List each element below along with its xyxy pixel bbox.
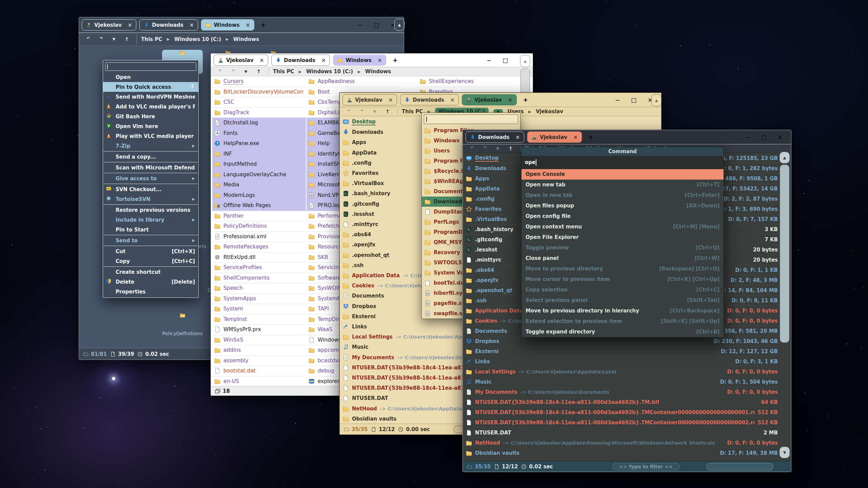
file-row-bitlockerdiscoveryvolumecontents[interactable]: BitLockerDiscoveryVolumeContents [212, 87, 306, 97]
file-row-bootstat-dat[interactable]: bootstat.dat [212, 366, 306, 376]
menu-item-play-with-vlc-media-player[interactable]: Play with VLC media player [103, 131, 198, 141]
menu-item-tortoisesvn[interactable]: TortoiseSVN▶ [103, 194, 198, 204]
menu-item-git-bash-here[interactable]: Git Bash Here [103, 111, 198, 121]
command-item-open-context-menu[interactable]: Open context menu[Ctrl+M] [Menu] [521, 222, 724, 232]
file-row-fonts[interactable]: AFonts [212, 128, 306, 139]
breadcrumb-item[interactable]: This PC [141, 36, 162, 42]
tab-downloads[interactable]: Downloads× [466, 131, 524, 143]
file-row-shellexperiences[interactable]: ShellExperiences [418, 76, 511, 87]
file-row-dropbox[interactable]: DropboxD: 230, F: 1043, 46 GB [464, 336, 780, 346]
forward-button[interactable] [95, 36, 107, 42]
command-item-move-to-previous-directory-in-hierarchy[interactable]: Move to previous directory in hierarchy[… [521, 306, 724, 316]
maximize-button[interactable]: □ [760, 134, 767, 141]
menu-item-pin-to-quick-access[interactable]: Pin to Quick access [103, 82, 198, 92]
file-row-inputmethod[interactable]: InputMethod [212, 159, 306, 169]
menu-item-svn-checkout-[interactable]: SVN Checkout... [103, 184, 198, 194]
minimize-button[interactable]: − [744, 134, 751, 141]
close-button[interactable]: × [776, 134, 784, 141]
history-dropdown-button[interactable]: ▼ [492, 146, 504, 151]
tab-close-icon[interactable]: × [378, 57, 382, 63]
tab-close-icon[interactable]: × [516, 134, 520, 140]
tab-downloads[interactable]: Downloads× [271, 55, 330, 66]
tab-close-icon[interactable]: × [450, 97, 455, 103]
tab-windows[interactable]: Windows× [201, 19, 254, 30]
file-row-ntuser-dat-53b39e88-18c4-11ea-a811-000d3aa4692b-tm-blf[interactable]: NTUSER.DAT{53b39e88-18c4-11ea-a811-000d3… [464, 397, 780, 407]
file-row-ntuser-dat-53b39e88-18c4-11ea-a811-000d3aa4692b-tmcontainer00000000000000000001-regtrans-ms[interactable]: NTUSER.DAT{53b39e88-18c4-11ea-a811-000d3… [464, 407, 780, 418]
file-row-shellcomponents[interactable]: ShellComponents [212, 273, 306, 283]
file-row-cursors[interactable]: Cursors [212, 76, 306, 87]
history-dropdown-button[interactable]: ▼ [108, 37, 120, 41]
tab-close-icon[interactable]: × [246, 22, 250, 28]
history-dropdown-button[interactable]: ▼ [369, 109, 380, 114]
command-item-copy-selection[interactable]: Copy selection[Ctrl+C] [521, 285, 724, 295]
command-item-close-panel[interactable]: Close panel[Ctrl+W] [521, 253, 724, 264]
file-row-media[interactable]: Media [212, 180, 306, 190]
file-row-rtlexupd-dll[interactable]: RtlExUpd.dll [212, 252, 306, 263]
breadcrumb-item[interactable]: Windows 10 (C:) [174, 36, 221, 42]
breadcrumb-item[interactable]: Windows [365, 68, 391, 75]
up-button[interactable]: ↑ [253, 68, 264, 75]
file-row-eksterni[interactable]: EksterniD: 12, F: 127, 12 GB [464, 346, 780, 357]
up-button[interactable]: ↑ [382, 108, 393, 115]
file-row-offline-web-pages[interactable]: Offline Web Pages [212, 200, 306, 211]
file-row-diagtrack[interactable]: DiagTrack [212, 107, 306, 118]
tab-downloads[interactable]: Downloads× [139, 19, 198, 30]
menu-item-open[interactable]: Open [103, 72, 198, 82]
menu-item-add-to-vlc-media-player-s-playlist[interactable]: Add to VLC media player's Playlist [103, 102, 198, 111]
file-row-helppane-exe[interactable]: ?HelpPane.exe [212, 138, 306, 149]
forward-button[interactable] [227, 68, 239, 75]
file-row-speech[interactable]: Speech [212, 283, 306, 293]
command-item-open-files-popup[interactable]: Open files popup[Alt+Down] [521, 201, 724, 211]
menu-item-give-access-to[interactable]: Give access to▶ [103, 174, 198, 183]
back-button[interactable] [214, 68, 226, 75]
file-row-remotepackages[interactable]: RemotePackages [212, 242, 306, 252]
menu-item-include-in-library[interactable]: Include in library▶ [103, 215, 198, 225]
tab-vjekoslav[interactable]: Vjekoslav× [527, 131, 582, 143]
menu-item-create-shortcut[interactable]: Create shortcut [103, 267, 198, 277]
menu-item-send-with-nordvpn-meshnet[interactable]: Send with NordVPN Meshnet [103, 92, 198, 102]
file-row-my-documents[interactable]: My Documents-> C:\Users\Vjekoslav\Docume… [464, 387, 780, 397]
file-row-en-us[interactable]: en-US [212, 376, 306, 386]
file-row-serviceprofiles[interactable]: ServiceProfiles [212, 262, 306, 273]
command-item-toggle-expand-directory[interactable]: Toggle expand directory[Ctrl+B] [521, 327, 724, 337]
maximize-button[interactable]: □ [630, 97, 637, 103]
tab-vjekoslav[interactable]: Vjekoslav× [342, 94, 397, 105]
menu-item-7-zip[interactable]: 7-Zip▶ [103, 141, 198, 151]
file-row-assembly[interactable]: assembly [212, 355, 306, 366]
file-row-inf[interactable]: INF [212, 149, 306, 159]
minimize-button[interactable]: − [356, 22, 364, 28]
command-item-extend-selection-to-previous-item[interactable]: Extend selection to previous item[Shift+… [521, 316, 724, 327]
grid-item-PolicyDefinitions[interactable]: PolicyDefinitions [162, 312, 203, 336]
scroll-down-button[interactable]: ▼ [780, 447, 790, 458]
maximize-button[interactable]: □ [373, 22, 380, 28]
file-row-panther[interactable]: Panther [212, 211, 306, 221]
file-row-obsidian-vaults[interactable]: Obsidian vaultsD: 17, F: 149, 38 MB [464, 448, 780, 458]
menu-item-cut[interactable]: Cut[Ctrl+X] [103, 246, 198, 256]
menu-item-pin-to-start[interactable]: Pin to Start [103, 225, 198, 235]
file-row-local-settings[interactable]: Local Settings-> C:\Users\Vjekoslav\AppD… [464, 367, 780, 377]
breadcrumb-item[interactable]: This PC [273, 68, 294, 75]
file-row-tempinst[interactable]: TempInst [212, 314, 306, 325]
tab-windows[interactable]: Windows× [333, 55, 386, 66]
file-row-links[interactable]: LinksD: 0, F: 3, 1 KB [464, 357, 780, 367]
file-row-music[interactable]: MusicD: 0, F: 1, 504 bytes [464, 377, 780, 387]
file-row-languageoverlaycache[interactable]: LanguageOverlayCache [212, 169, 306, 180]
command-item-select-previous-panel[interactable]: Select previous panel[Shift+Tab] [521, 295, 724, 306]
maximize-button[interactable]: □ [501, 57, 509, 64]
file-row-addins[interactable]: addins [212, 345, 306, 355]
breadcrumb-item[interactable]: Vjekoslav [536, 108, 563, 115]
command-palette-input[interactable]: ope [521, 156, 724, 169]
tab-close-icon[interactable]: × [190, 22, 194, 28]
file-row-winsxs[interactable]: WinSxS [212, 335, 306, 345]
new-tab-button[interactable]: + [257, 22, 269, 28]
drive-dropdown-filter-input[interactable] [424, 115, 518, 124]
minimize-button[interactable]: − [485, 57, 493, 64]
breadcrumb-item[interactable]: Windows 10 (C:) [306, 68, 353, 75]
back-button[interactable] [343, 108, 355, 115]
file-row-modemlogs[interactable]: ModemLogs [212, 190, 306, 201]
new-tab-button[interactable]: + [389, 57, 401, 64]
forward-button[interactable] [356, 108, 368, 115]
back-button[interactable] [82, 36, 94, 42]
tab-vjekoslav[interactable]: Vjekoslav× [462, 94, 516, 105]
tab-close-icon[interactable]: × [508, 97, 512, 103]
